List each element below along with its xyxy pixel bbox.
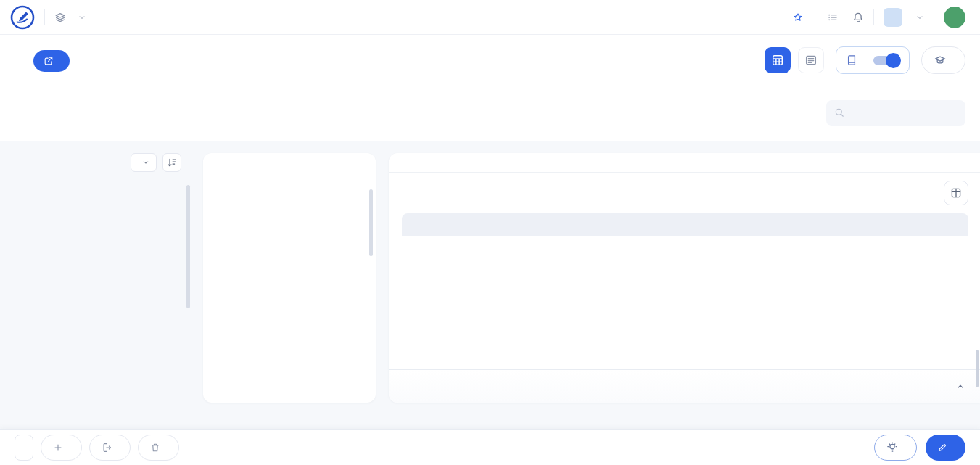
topic-sort-direction-button[interactable]: [162, 153, 181, 172]
keyword-list-button[interactable]: [828, 12, 843, 22]
user-avatar[interactable]: [944, 7, 965, 28]
pencil-icon: [937, 443, 947, 453]
bell-icon: [852, 12, 864, 23]
content-area: [0, 141, 980, 407]
content-brief-section[interactable]: [389, 369, 980, 403]
toggle-knob: [886, 53, 901, 68]
book-icon: [846, 54, 857, 66]
create-article-button[interactable]: [926, 435, 965, 461]
delete-button[interactable]: [138, 435, 179, 461]
window-scrollbar[interactable]: [976, 350, 979, 387]
graduation-cap-icon: [934, 54, 946, 66]
export-icon: [102, 443, 112, 453]
divider: [96, 9, 96, 25]
layers-icon: [54, 12, 66, 23]
lightbulb-icon: [886, 442, 898, 453]
keyword-detail-panel: [389, 153, 980, 403]
avg-cpc-metric: [927, 192, 932, 194]
textbook-mode-control: [836, 46, 910, 74]
divider: [44, 9, 45, 25]
article-view-button[interactable]: [798, 47, 824, 73]
divider: [818, 9, 818, 25]
list-icon: [828, 12, 838, 22]
chevron-down-icon: [78, 13, 86, 22]
table-header: [402, 213, 968, 236]
workspace-switcher[interactable]: [884, 8, 924, 27]
textbook-mode-toggle[interactable]: [873, 56, 899, 65]
search-icon: [834, 107, 844, 118]
trash-icon: [150, 443, 160, 453]
chevron-up-icon: [955, 382, 965, 392]
search-box: [826, 100, 965, 126]
filter-bar: [22, 100, 965, 141]
total-volume-metric: [910, 192, 915, 194]
app-logo-icon[interactable]: [10, 5, 35, 30]
cluster-count-badge: [15, 435, 33, 461]
topic-sort-dropdown[interactable]: [131, 153, 157, 172]
collapse-button[interactable]: [955, 382, 965, 392]
learning-hub-button[interactable]: [921, 46, 965, 74]
external-link-icon: [44, 56, 54, 66]
add-to-list-button[interactable]: [41, 435, 82, 461]
export-button[interactable]: [89, 435, 131, 461]
article-icon: [804, 54, 818, 67]
cluster-scrollbar[interactable]: [369, 189, 373, 256]
top-bar: [0, 0, 980, 35]
divider: [873, 9, 874, 25]
upgrade-button[interactable]: [793, 12, 808, 22]
grid-icon: [771, 54, 784, 67]
star-icon: [793, 12, 803, 22]
app-switcher[interactable]: [54, 12, 86, 23]
chevron-down-icon: [915, 13, 924, 22]
sort-descending-icon: [167, 157, 177, 168]
topic-scrollbar[interactable]: [186, 185, 190, 308]
table-columns-icon: [950, 187, 962, 199]
column-settings-button[interactable]: [944, 181, 968, 205]
tag-row: [389, 173, 980, 213]
explain-sample-case-button[interactable]: [33, 50, 70, 72]
keyword-table: [402, 213, 968, 236]
page-header: [0, 35, 980, 141]
table-view-button[interactable]: [765, 47, 791, 73]
cluster-panel: [203, 153, 376, 403]
divider: [934, 9, 934, 25]
cluster-detail-title: [389, 153, 980, 173]
search-input[interactable]: [826, 100, 965, 126]
plus-icon: [53, 443, 63, 453]
bottom-action-bar: [0, 429, 980, 465]
topic-panel: [22, 153, 190, 407]
notifications-button[interactable]: [852, 12, 864, 23]
suggest-content-brief-button[interactable]: [874, 435, 917, 461]
chevron-down-icon: [142, 159, 149, 166]
workspace-avatar: [884, 8, 902, 27]
